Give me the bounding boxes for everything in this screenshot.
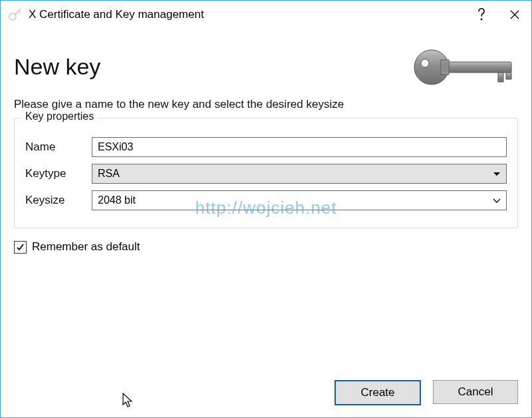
create-button-label: Create bbox=[360, 386, 394, 399]
remember-default-label: Remember as default bbox=[32, 240, 140, 254]
svg-rect-4 bbox=[445, 62, 511, 73]
window-title: X Certificate and Key management bbox=[29, 8, 465, 21]
svg-point-3 bbox=[421, 59, 429, 67]
svg-point-1 bbox=[481, 19, 483, 21]
cancel-button-label: Cancel bbox=[458, 385, 493, 399]
keytype-label: Keytype bbox=[25, 167, 92, 180]
keysize-label: Keysize bbox=[25, 194, 92, 207]
help-button[interactable] bbox=[465, 1, 498, 29]
group-legend: Key properties bbox=[21, 110, 98, 122]
cursor-icon bbox=[122, 393, 136, 412]
keytype-value: RSA bbox=[98, 168, 120, 180]
chevron-down-icon bbox=[493, 194, 501, 206]
instruction-text: Please give a name to the new key and se… bbox=[14, 98, 518, 111]
key-icon bbox=[6, 5, 25, 24]
keytype-select[interactable]: RSA bbox=[92, 164, 507, 184]
page-title: New key bbox=[14, 54, 100, 80]
svg-rect-5 bbox=[498, 73, 503, 82]
dialog-window: X Certificate and Key management New key bbox=[0, 0, 532, 418]
create-button[interactable]: Create bbox=[334, 380, 421, 405]
key-properties-group: Key properties Name Keytype RSA Keys bbox=[14, 118, 518, 228]
name-label: Name bbox=[25, 140, 92, 154]
keysize-value: 2048 bit bbox=[98, 194, 136, 206]
close-button[interactable] bbox=[498, 1, 531, 29]
titlebar: X Certificate and Key management bbox=[1, 1, 531, 29]
svg-rect-6 bbox=[506, 73, 511, 79]
chevron-down-icon bbox=[493, 168, 501, 180]
remember-default-checkbox[interactable] bbox=[14, 241, 27, 254]
button-row: Create Cancel bbox=[334, 380, 518, 405]
keysize-select[interactable]: 2048 bit bbox=[92, 190, 507, 210]
name-input[interactable] bbox=[92, 137, 507, 157]
cancel-button[interactable]: Cancel bbox=[433, 380, 518, 404]
key-graphic-icon bbox=[412, 47, 518, 94]
dialog-content: New key bbox=[1, 29, 531, 254]
